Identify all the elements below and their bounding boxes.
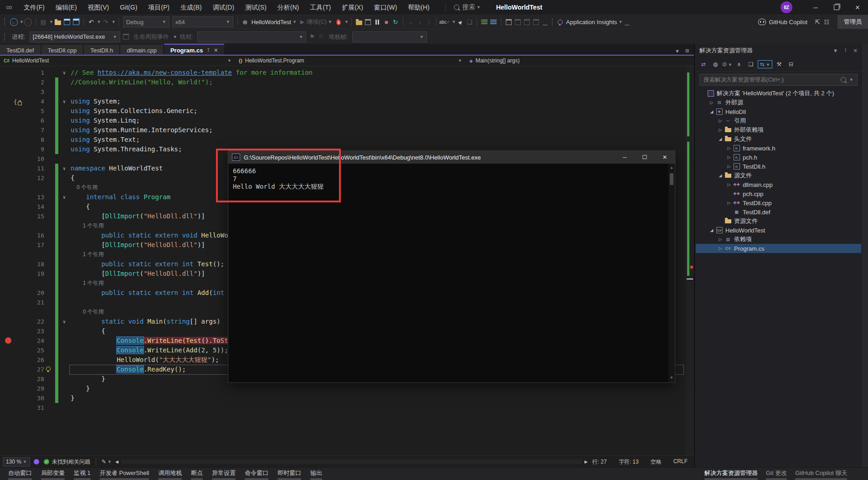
- restore-button[interactable]: [826, 0, 847, 15]
- fold-arrow-icon[interactable]: ∨: [61, 317, 68, 326]
- tree-item-资源文件[interactable]: 资源文件: [696, 217, 861, 226]
- close-button[interactable]: ✕: [847, 0, 868, 15]
- save-button[interactable]: [62, 17, 72, 27]
- menu-item-工具(T)[interactable]: 工具(T): [304, 0, 336, 15]
- overflow-button[interactable]: ▁: [540, 17, 550, 27]
- menu-item-项目(P)[interactable]: 项目(P): [143, 0, 175, 15]
- panel-tab-GitHub Copilot 聊天[interactable]: GitHub Copilot 聊天: [792, 469, 850, 480]
- user-avatar[interactable]: IIZ: [781, 1, 792, 13]
- breadcrumb-member-dropdown[interactable]: ◈ Main(string[] args): [466, 56, 694, 66]
- toolbar-drag-handle[interactable]: [4, 33, 7, 41]
- code-line[interactable]: 2//Console.WriteLine("Hello, World!");: [0, 77, 686, 87]
- thread-dropdown[interactable]: ▼: [197, 31, 306, 42]
- menu-item-调试(D)[interactable]: 调试(D): [207, 0, 240, 15]
- chevron-down-icon[interactable]: ▼: [49, 20, 53, 24]
- console-scrollbar[interactable]: ▲ ▼: [668, 164, 675, 382]
- tab-TestDll.cpp[interactable]: TestDll.cpp: [41, 45, 83, 56]
- tree-item-解决方案 'HelloWorldTest' (2 个项目, 共 2 个)[interactable]: 解决方案 'HelloWorldTest' (2 个项目, 共 2 个): [696, 89, 861, 98]
- tree-item-外部依赖项[interactable]: ▷外部依赖项: [696, 125, 861, 134]
- properties-wrench-icon[interactable]: ⚒: [774, 61, 784, 67]
- redo-button[interactable]: ↷: [101, 17, 110, 27]
- code-line[interactable]: 6using System.Linq;: [0, 116, 686, 125]
- tree-item-TestDll.def[interactable]: ▦TestDll.def: [696, 207, 861, 217]
- start-debug-button[interactable]: HelloWorldTest▼: [252, 19, 297, 26]
- breadcrumb-project-dropdown[interactable]: C# HelloWorldTest ▼: [0, 56, 235, 66]
- chevron-down-icon[interactable]: ▼: [112, 20, 116, 24]
- new-window-button[interactable]: [504, 17, 513, 27]
- column-indicator[interactable]: 字符: 13: [619, 458, 639, 466]
- code-line[interactable]: 8using System.Text;: [0, 135, 686, 145]
- new-project-button[interactable]: ▤: [39, 17, 48, 27]
- menu-item-测试(S)[interactable]: 测试(S): [240, 0, 272, 15]
- lifecycle-label[interactable]: 生命周期事件: [134, 33, 169, 41]
- tree-item-Program.cs[interactable]: ▷C#Program.cs: [696, 244, 861, 253]
- menu-item-分析(N)[interactable]: 分析(N): [272, 0, 304, 15]
- fold-arrow-icon[interactable]: ∨: [61, 192, 68, 202]
- expander-icon[interactable]: ▷: [725, 201, 733, 205]
- lightbulb-icon[interactable]: [46, 366, 51, 371]
- bottom-tab-输出[interactable]: 输出: [307, 469, 326, 480]
- codelens-references[interactable]: 0 个引用: [71, 307, 104, 317]
- step-over-button[interactable]: ↓: [415, 17, 424, 27]
- flag-outline-icon[interactable]: ⚐: [317, 32, 326, 42]
- tree-item-HelloWorldTest[interactable]: ◢C#HelloWorldTest: [696, 226, 861, 235]
- pending-changes-icon[interactable]: ⊙▼: [722, 61, 732, 67]
- expander-icon[interactable]: ▷: [708, 100, 715, 105]
- scroll-up-arrow-icon[interactable]: ▲: [671, 164, 673, 171]
- codelens-references[interactable]: 1 个引用: [71, 279, 104, 288]
- console-close-button[interactable]: ✕: [655, 151, 675, 164]
- expander-icon[interactable]: ▷: [725, 155, 733, 160]
- process-dropdown[interactable]: [26648] HelloWorldTest.exe▼: [30, 31, 120, 42]
- solution-search-input[interactable]: 搜索解决方案资源管理器(Ctrl+;) ▼: [699, 74, 858, 86]
- breakpoint-icon[interactable]: [5, 337, 11, 344]
- codelens-references[interactable]: 1 个引用: [71, 221, 104, 231]
- tab-dllmain.cpp[interactable]: dllmain.cpp: [120, 45, 163, 56]
- window-layout-3-button[interactable]: [531, 17, 540, 27]
- tree-item-pch.h[interactable]: ▷hpch.h: [696, 153, 861, 162]
- menu-item-窗口(W)[interactable]: 窗口(W): [369, 0, 403, 15]
- expander-icon[interactable]: ▷: [725, 182, 733, 187]
- spaces-indicator[interactable]: 空格: [651, 458, 662, 466]
- code-line[interactable]: 1∨// See https://aka.ms/new-console-temp…: [0, 68, 686, 77]
- scroll-right-arrow-icon[interactable]: ▶: [585, 459, 588, 464]
- uncomment-lines-button[interactable]: [489, 17, 498, 27]
- window-layout-2-button[interactable]: [522, 17, 531, 27]
- expander-icon[interactable]: ▷: [717, 128, 724, 132]
- solution-configuration-dropdown[interactable]: Debug▼: [123, 16, 169, 27]
- save-all-button[interactable]: [72, 17, 81, 27]
- tree-item-外部源[interactable]: ▷⊡外部源: [696, 98, 861, 107]
- tree-item-HelloDll[interactable]: ◢✚HelloDll: [696, 107, 861, 116]
- expander-icon[interactable]: ◢: [708, 109, 715, 114]
- panel-tab-Git 更改[interactable]: Git 更改: [763, 469, 790, 480]
- chevron-down-icon[interactable]: ▼: [618, 20, 622, 24]
- console-output[interactable]: 6666667Hello World 大大大大大猩猩 ▲ ▼: [228, 164, 675, 382]
- share-icon[interactable]: ⇱: [813, 17, 822, 27]
- chevron-down-icon[interactable]: ▼: [97, 20, 101, 24]
- menu-item-视图(V)[interactable]: 视图(V): [82, 0, 115, 15]
- tree-item-TestDll.h[interactable]: ▷hTestDll.h: [696, 162, 861, 171]
- menu-item-Git(G)[interactable]: Git(G): [114, 0, 143, 15]
- menu-item-编辑(E)[interactable]: 编辑(E): [50, 0, 82, 15]
- zoom-dropdown[interactable]: 130 %▼: [3, 457, 30, 467]
- minimize-button[interactable]: ─: [805, 0, 826, 15]
- continue-button[interactable]: ▶继续(C)▼: [300, 18, 332, 26]
- toolbar-drag-handle[interactable]: [552, 18, 555, 26]
- tree-item-引用[interactable]: ▷▫▫引用: [696, 116, 861, 125]
- expander-icon[interactable]: ▷: [725, 146, 733, 150]
- code-line[interactable]: 29 }: [0, 384, 686, 393]
- breadcrumb-type-dropdown[interactable]: {} HelloWorldTest.Program ▼: [235, 56, 466, 66]
- flag-icon[interactable]: ⚑: [308, 32, 317, 42]
- tab-TestDll.h[interactable]: TestDll.h: [84, 45, 119, 56]
- chevron-down-icon[interactable]: ▼: [344, 20, 349, 24]
- scrollbar-thumb[interactable]: [670, 173, 673, 185]
- show-output-button[interactable]: [354, 17, 364, 27]
- close-icon[interactable]: ✕: [214, 47, 218, 53]
- console-maximize-button[interactable]: ☐: [635, 151, 655, 164]
- title-bar[interactable]: ∞ 文件(F)编辑(E)视图(V)Git(G)项目(P)生成(B)调试(D)测试…: [0, 0, 868, 15]
- line-indicator[interactable]: 行: 27: [592, 458, 607, 466]
- navigate-forward-button[interactable]: →: [24, 17, 33, 27]
- copy-icon[interactable]: ❏: [746, 61, 756, 67]
- tab-options-icon[interactable]: ⊞: [685, 48, 689, 54]
- break-all-button[interactable]: [364, 17, 373, 27]
- undo-button[interactable]: ↶: [87, 17, 96, 27]
